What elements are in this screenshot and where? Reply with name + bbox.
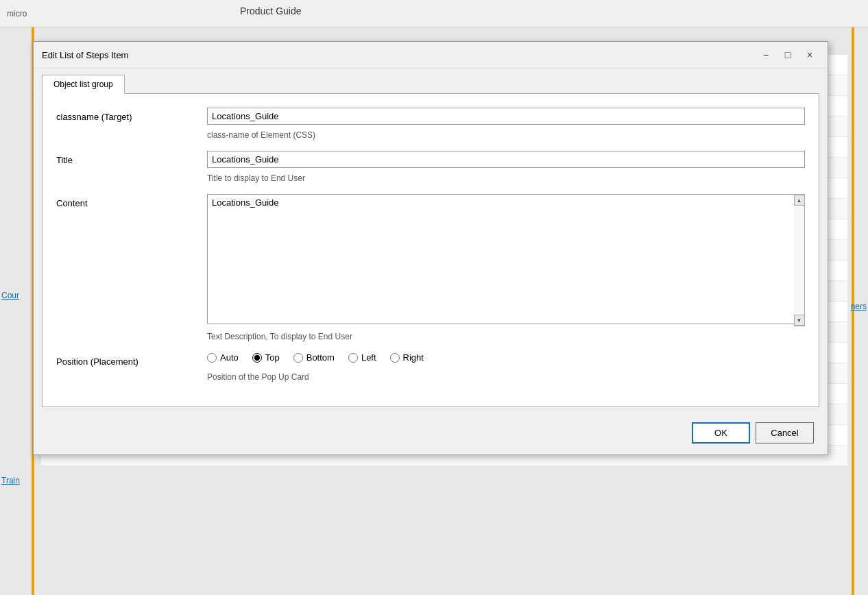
dialog-footer: OK Cancel xyxy=(34,415,828,454)
scroll-down-arrow[interactable]: ▼ xyxy=(794,315,805,326)
app-name-text: micro xyxy=(7,9,27,19)
content-label: Content xyxy=(56,194,207,208)
classname-label: classname (Target) xyxy=(56,108,207,122)
title-row: Title xyxy=(56,151,805,168)
classname-field xyxy=(207,108,805,125)
position-label: Position (Placement) xyxy=(56,352,207,367)
cancel-button[interactable]: Cancel xyxy=(756,422,814,444)
position-row: Position (Placement) Auto Top xyxy=(56,352,805,367)
radio-bottom-input[interactable] xyxy=(293,353,303,363)
radio-left-label: Left xyxy=(361,352,376,363)
content-hint: Text Description, To display to End User xyxy=(207,332,805,341)
title-label: Title xyxy=(56,151,207,165)
radio-right-label: Right xyxy=(403,352,424,363)
cour-sidebar-link[interactable]: Cour xyxy=(1,291,19,300)
radio-right-input[interactable] xyxy=(390,353,400,363)
form-area: classname (Target) class-name of Element… xyxy=(42,93,819,407)
position-radio-group: Auto Top Bottom Left xyxy=(207,352,805,363)
app-top-bar: micro xyxy=(0,0,868,27)
classname-input[interactable] xyxy=(207,108,805,125)
dialog-title: Edit List of Steps Item xyxy=(42,50,128,60)
close-button[interactable]: × xyxy=(800,47,819,62)
dialog-titlebar: Edit List of Steps Item − □ × xyxy=(34,42,828,69)
tab-bar: Object list group xyxy=(34,69,828,93)
scroll-track xyxy=(794,206,804,315)
title-hint: Title to display to End User xyxy=(207,173,805,183)
dialog-body: Object list group classname (Target) cla… xyxy=(34,69,828,454)
radio-left[interactable]: Left xyxy=(348,352,376,363)
ners-sidebar-link[interactable]: ners xyxy=(851,302,867,311)
radio-bottom[interactable]: Bottom xyxy=(293,352,335,363)
train-sidebar-link[interactable]: Train xyxy=(1,476,20,485)
radio-right[interactable]: Right xyxy=(390,352,424,363)
radio-auto-label: Auto xyxy=(220,352,239,363)
title-field xyxy=(207,151,805,168)
ok-button[interactable]: OK xyxy=(692,422,750,444)
classname-row: classname (Target) xyxy=(56,108,805,125)
position-hint: Position of the Pop Up Card xyxy=(207,372,805,382)
radio-top-label: Top xyxy=(265,352,280,363)
maximize-button[interactable]: □ xyxy=(778,47,797,62)
textarea-wrapper: ▲ ▼ xyxy=(207,194,805,326)
content-textarea[interactable] xyxy=(207,194,805,324)
title-input[interactable] xyxy=(207,151,805,168)
titlebar-controls: − □ × xyxy=(756,47,819,62)
edit-dialog: Edit List of Steps Item − □ × Object lis… xyxy=(33,41,828,455)
radio-bottom-label: Bottom xyxy=(306,352,335,363)
textarea-scrollbar: ▲ ▼ xyxy=(794,194,805,326)
tab-object-list-group[interactable]: Object list group xyxy=(42,75,125,94)
radio-auto-input[interactable] xyxy=(207,353,217,363)
content-row: Content ▲ ▼ xyxy=(56,194,805,326)
radio-top[interactable]: Top xyxy=(252,352,280,363)
radio-auto[interactable]: Auto xyxy=(207,352,239,363)
content-field: ▲ ▼ xyxy=(207,194,805,326)
radio-top-input[interactable] xyxy=(252,353,262,363)
position-field: Auto Top Bottom Left xyxy=(207,352,805,363)
minimize-button[interactable]: − xyxy=(756,47,775,62)
classname-hint: class-name of Element (CSS) xyxy=(207,130,805,140)
product-guide-bg-text: Product Guide xyxy=(240,5,302,16)
scroll-up-arrow[interactable]: ▲ xyxy=(794,195,805,206)
orange-line-right xyxy=(852,27,854,595)
radio-left-input[interactable] xyxy=(348,353,358,363)
